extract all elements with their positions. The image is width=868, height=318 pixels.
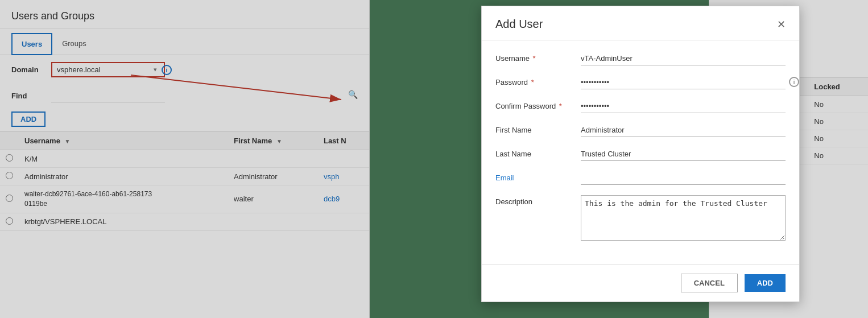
first-name-input-wrap [581,123,786,137]
required-indicator: * [531,54,536,63]
modal-header: Add User ✕ [482,6,799,40]
confirm-password-input[interactable] [581,100,786,113]
first-name-input[interactable] [581,123,786,137]
confirm-password-label: Confirm Password * [495,100,581,110]
confirm-password-input-wrap [581,100,786,113]
close-button[interactable]: ✕ [777,19,786,30]
first-name-label: First Name [495,123,581,134]
required-indicator: * [529,78,534,86]
first-name-field: First Name [495,123,786,137]
email-input[interactable] [581,171,786,185]
username-field: Username * [495,52,786,65]
username-label: Username * [495,52,581,63]
chevron-down-icon[interactable]: ▾ [154,66,157,73]
modal-footer: CANCEL ADD [482,264,799,302]
confirm-password-field: Confirm Password * [495,100,786,113]
last-name-input-wrap [581,147,786,161]
add-button[interactable]: ADD [745,274,786,292]
modal-title: Add User [495,18,543,31]
password-input[interactable] [581,76,786,89]
username-input-wrap [581,52,786,65]
password-field: Password * i [495,76,786,89]
description-input-wrap: This is the admin for the Trusted Cluste… [581,195,786,242]
description-input[interactable]: This is the admin for the Trusted Cluste… [581,195,786,241]
cancel-button[interactable]: CANCEL [681,274,738,292]
last-name-field: Last Name [495,147,786,161]
add-user-modal: Add User ✕ Username * Password * [481,6,800,302]
password-label: Password * [495,76,581,86]
last-name-input[interactable] [581,147,786,161]
modal-overlay: Add User ✕ Username * Password * [0,0,868,318]
last-name-label: Last Name [495,147,581,158]
description-label: Description [495,195,581,206]
modal-body: Username * Password * i Confirm [482,40,799,264]
description-field: Description This is the admin for the Tr… [495,195,786,242]
required-indicator: * [557,102,562,110]
password-info-icon[interactable]: i [789,77,799,87]
email-input-wrap [581,171,786,185]
username-input[interactable] [581,52,786,65]
email-label: Email [495,171,581,182]
password-input-wrap: i [581,76,786,89]
email-field: Email [495,171,786,185]
